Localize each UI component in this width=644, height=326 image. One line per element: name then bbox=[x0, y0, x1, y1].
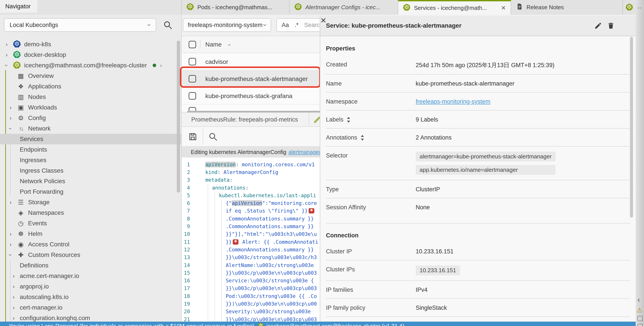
sidebar-item-services[interactable]: Services bbox=[0, 134, 182, 144]
dock-tab[interactable]: PrometheusRule: freepeals-prod-metrics bbox=[182, 113, 309, 126]
tab-label: Release Notes bbox=[526, 4, 564, 11]
sidebar-item-argoproj-io[interactable]: ›argoproj.io bbox=[0, 281, 182, 292]
sidebar-item-endpoints[interactable]: Endpoints bbox=[0, 144, 182, 155]
close-icon[interactable]: ✕ bbox=[320, 16, 326, 24]
edit-icon[interactable] bbox=[594, 22, 602, 30]
select-all-checkbox[interactable] bbox=[189, 41, 196, 48]
collapse-left-icon[interactable]: ‹ bbox=[638, 295, 640, 304]
match-case-toggle[interactable]: Aa bbox=[282, 22, 289, 28]
save-icon[interactable] bbox=[188, 132, 198, 141]
sidebar-item-label: Custom Resources bbox=[28, 252, 80, 258]
property-value: 254d 17h 50m ago (2025年1月13日 GMT+8 1:25:… bbox=[416, 60, 554, 69]
sidebar-item-definitions[interactable]: Definitions bbox=[0, 260, 182, 271]
namespace-select[interactable]: freeleaps-monitoring-system › bbox=[183, 18, 271, 32]
chevron-right-icon[interactable]: › bbox=[6, 52, 13, 58]
chevron-right-icon[interactable]: › bbox=[10, 115, 17, 121]
row-checkbox[interactable] bbox=[189, 75, 196, 82]
tab-partial[interactable] bbox=[623, 0, 636, 15]
sidebar-item-helm[interactable]: ›☸Helm bbox=[0, 228, 182, 239]
sort-asc-icon[interactable]: › bbox=[226, 44, 232, 46]
row-checkbox[interactable] bbox=[189, 92, 196, 100]
sidebar-item-autoscaling-k8s-io[interactable]: ›autoscaling.k8s.io bbox=[0, 292, 182, 302]
code-segment: }})\u003c/p\u003e\n\u003cp\u00 bbox=[226, 301, 317, 307]
sidebar-item-acme-cert-manager-io[interactable]: ›acme.cert-manager.io bbox=[0, 271, 182, 281]
chevron-right-icon[interactable]: › bbox=[10, 242, 17, 247]
chevron-right-icon[interactable]: › bbox=[13, 284, 20, 289]
drawer-scrollbar[interactable] bbox=[630, 37, 633, 218]
sidebar-item-ingresses[interactable]: Ingresses bbox=[0, 155, 182, 166]
tab-alertmanager-configs-icec[interactable]: Alertmanager Configs - icec... bbox=[290, 0, 398, 15]
sidebar-item-ingress-classes[interactable]: Ingress Classes bbox=[0, 166, 182, 176]
warning-icon[interactable]: ⚠ bbox=[636, 306, 642, 314]
navigator-tab[interactable]: Navigator bbox=[0, 0, 37, 13]
row-checkbox[interactable] bbox=[189, 58, 196, 66]
namespace-link[interactable]: freeleaps-monitoring-system bbox=[416, 98, 490, 105]
sidebar-item-overview[interactable]: ▦Overview bbox=[0, 71, 182, 81]
sidebar-item-port-forwarding[interactable]: Port Forwarding bbox=[0, 186, 182, 197]
sidebar-item-namespaces[interactable]: ◈Namespaces bbox=[0, 208, 182, 218]
tab-services-icecheng-math[interactable]: Services - icecheng@math...✕ bbox=[398, 0, 511, 15]
code-segment: }} bbox=[226, 239, 232, 245]
name-column-header[interactable]: Name bbox=[205, 41, 222, 48]
delete-icon[interactable] bbox=[607, 22, 615, 30]
regex-toggle[interactable]: .* bbox=[294, 22, 298, 28]
panel-icon[interactable] bbox=[638, 316, 643, 321]
chevron-right-icon[interactable]: › bbox=[6, 42, 13, 47]
tab-pods-icecheng-mathmas[interactable]: Pods - icecheng@mathmas... bbox=[182, 0, 290, 15]
chevron-right-icon[interactable]: › bbox=[13, 315, 20, 321]
sidebar-item-nodes[interactable]: ▥Nodes bbox=[0, 92, 182, 102]
panel-icon[interactable] bbox=[638, 324, 643, 326]
sidebar-item-label: Services bbox=[20, 136, 43, 142]
property-value: None bbox=[416, 203, 430, 211]
sidebar-item-icecheng-mathmast-com-freeleaps-cluster[interactable]: ›icecheng@mathmast.com@freeleaps-cluster… bbox=[0, 60, 182, 71]
chevron-right-icon[interactable]: › bbox=[10, 231, 17, 237]
sidebar-item-events[interactable]: ◷Events bbox=[0, 218, 182, 228]
alarm-emoji bbox=[233, 239, 238, 244]
sidebar-item-label: Namespaces bbox=[28, 209, 64, 216]
kubeconfig-select[interactable]: Local Kubeconfigs › bbox=[4, 18, 156, 32]
sidebar-item-label: Events bbox=[28, 220, 47, 227]
value-badge: 10.233.16.151 bbox=[416, 266, 460, 275]
value-badge: app.kubernetes.io/name=alertmanager bbox=[416, 165, 556, 175]
active-cluster-status[interactable]: icecheng@mathmast.com@freeleaps-cluster … bbox=[266, 323, 404, 326]
chevron-right-icon[interactable]: › bbox=[10, 200, 17, 205]
sidebar-item-cert-manager-io[interactable]: ›cert-manager.io bbox=[0, 302, 182, 313]
sidebar-item-access-control[interactable]: ›◉Access Control bbox=[0, 239, 182, 250]
sidebar-item-docker-desktop[interactable]: ›docker-desktop bbox=[0, 50, 182, 60]
sidebar-item-workloads[interactable]: ›▣Workloads bbox=[0, 102, 182, 113]
chevron-right-icon[interactable]: › bbox=[10, 105, 17, 110]
search-icon[interactable] bbox=[163, 20, 172, 30]
sidebar-item-storage[interactable]: ›☰Storage bbox=[0, 197, 182, 208]
sidebar-item-label: Port Forwarding bbox=[20, 188, 64, 195]
sort-toggle-icon[interactable] bbox=[360, 135, 364, 141]
close-tab-icon[interactable]: ✕ bbox=[499, 4, 506, 12]
tab-release-notes[interactable]: Release Notes bbox=[511, 0, 623, 15]
sidebar-item-configuration-konghq-com[interactable]: ›configuration.konghq.com bbox=[0, 313, 182, 322]
sidebar-item-network-policies[interactable]: Network Policies bbox=[0, 176, 182, 186]
sidebar-item-custom-resources[interactable]: ›✚Custom Resources bbox=[0, 250, 182, 260]
code-segment: Severity:\u003c/strong\u003e bbox=[226, 309, 311, 314]
search-icon[interactable] bbox=[208, 132, 218, 141]
chevron-right-icon[interactable]: › bbox=[160, 62, 162, 68]
line-number: 14 bbox=[182, 262, 194, 268]
service-name: kube-prometheus-stack-alertmanager bbox=[205, 76, 308, 82]
sidebar-item-demo-k8s[interactable]: ›demo-k8s bbox=[0, 39, 182, 50]
property-value: kube-prometheus-stack-alertmanager bbox=[416, 80, 514, 87]
chevron-down-icon[interactable]: › bbox=[10, 126, 17, 132]
sidebar-item-applications[interactable]: ❖Applications bbox=[0, 81, 182, 92]
chevron-down-icon[interactable]: › bbox=[6, 62, 13, 68]
chevron-down-icon[interactable]: › bbox=[10, 252, 17, 258]
editing-resource-link[interactable]: alertmanager bbox=[288, 149, 321, 155]
events-icon: ◷ bbox=[17, 220, 25, 226]
code-segment: ":"monitoring.core bbox=[262, 200, 317, 206]
sidebar-scrollbar[interactable] bbox=[177, 40, 180, 192]
service-name: kube-prometheus-stack-grafana bbox=[205, 92, 292, 100]
sidebar-item-config[interactable]: ›⚙Config bbox=[0, 113, 182, 123]
chevron-right-icon[interactable]: › bbox=[13, 294, 20, 300]
sidebar-item-network[interactable]: ›↑↓Network bbox=[0, 123, 182, 134]
access-control-icon: ◉ bbox=[17, 241, 25, 248]
sort-toggle-icon[interactable] bbox=[346, 117, 350, 123]
kubernetes-icon bbox=[403, 4, 410, 12]
chevron-right-icon[interactable]: › bbox=[13, 305, 20, 310]
chevron-right-icon[interactable]: › bbox=[13, 273, 20, 279]
